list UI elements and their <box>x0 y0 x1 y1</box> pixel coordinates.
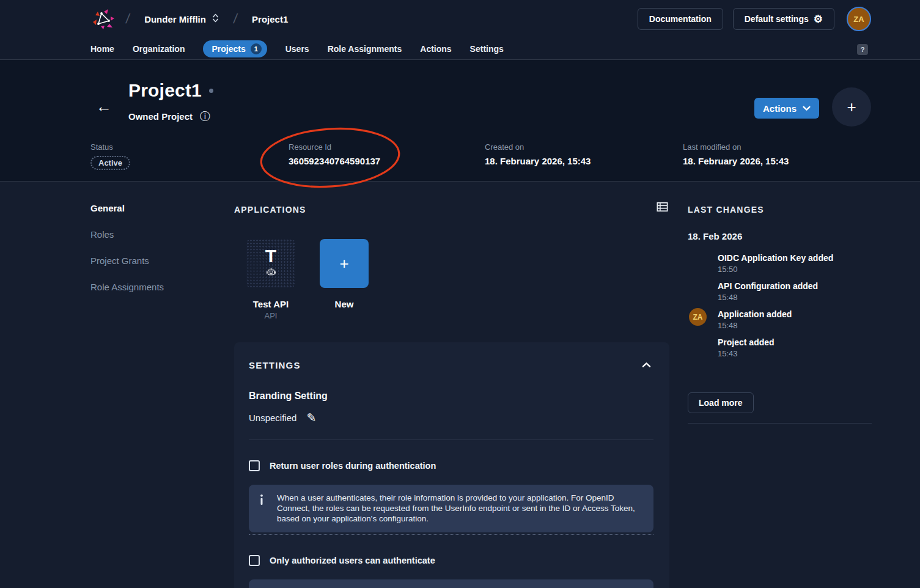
sidebar-item-roles[interactable]: Roles <box>90 229 219 240</box>
return-roles-checkbox-row[interactable]: Return user roles during authentication <box>249 460 653 471</box>
gear-icon: ⚙ <box>814 14 823 24</box>
new-app-card[interactable]: + <box>320 239 369 288</box>
settings-card: SETTINGS Branding Setting Unspecified ✎ … <box>234 342 669 588</box>
title-state-dot <box>209 89 213 93</box>
project-type-label: Owned Project <box>128 111 193 122</box>
modified-value: 18. February 2026, 15:43 <box>683 156 789 166</box>
event-time: 15:43 <box>718 349 872 358</box>
projects-count-badge: 1 <box>251 43 262 54</box>
divider <box>249 439 653 440</box>
event-label: OIDC Application Key added <box>718 253 872 263</box>
event-time: 15:48 <box>718 293 872 302</box>
created-value: 18. February 2026, 15:43 <box>485 156 591 166</box>
breadcrumb-separator: / <box>125 11 131 27</box>
page-title-row: Project1 <box>128 80 213 101</box>
documentation-button[interactable]: Documentation <box>638 8 723 30</box>
new-app-label: New <box>335 299 354 309</box>
breadcrumb-separator: / <box>232 11 238 27</box>
return-roles-checkbox[interactable] <box>249 460 260 471</box>
authorized-users-checkbox[interactable] <box>249 555 260 566</box>
change-event[interactable]: Application added 15:48 <box>718 309 872 330</box>
collapse-chevron-up-icon[interactable] <box>639 358 653 372</box>
app-name[interactable]: Test API <box>253 299 289 309</box>
actions-dropdown-button[interactable]: Actions <box>754 98 819 119</box>
changes-date: 18. Feb 2026 <box>688 231 872 241</box>
page-title: Project1 <box>128 80 202 101</box>
nav-item-organization[interactable]: Organization <box>133 44 185 54</box>
status-badge: Active <box>90 156 130 170</box>
status-meta: Status Active <box>90 142 130 170</box>
nav-item-projects[interactable]: Projects 1 <box>203 40 267 57</box>
topbar: / Dunder Mifflin / Project1 Documentatio… <box>0 0 920 38</box>
unfold-icon <box>212 13 219 25</box>
status-label: Status <box>90 142 130 152</box>
default-settings-label: Default settings <box>745 14 809 24</box>
info-text: When a user authenticates, their role in… <box>277 493 640 524</box>
change-event[interactable]: API Configuration added 15:48 <box>718 281 872 302</box>
chevron-down-icon <box>803 106 811 111</box>
breadcrumb: / Dunder Mifflin / Project1 <box>90 6 293 32</box>
nav-item-actions[interactable]: Actions <box>420 44 451 54</box>
authorized-users-checkbox-row[interactable]: Only authorized users can authenticate <box>249 555 653 566</box>
robot-icon <box>266 267 276 280</box>
resource-id-meta: Resource Id 360592340764590137 <box>289 142 380 166</box>
resource-id-value[interactable]: 360592340764590137 <box>289 156 380 166</box>
branding-setting-label: Branding Setting <box>249 391 653 402</box>
nav-item-home[interactable]: Home <box>90 44 114 54</box>
info-icon <box>259 494 264 508</box>
page-subtitle-row: Owned Project ⓘ <box>128 111 210 122</box>
divider <box>688 423 872 424</box>
new-application-item: + New <box>320 239 369 320</box>
last-changes-heading: LAST CHANGES <box>688 200 872 215</box>
add-button[interactable]: + <box>832 87 871 127</box>
event-label: Project added <box>718 337 872 347</box>
nav-item-role-assignments[interactable]: Role Assignments <box>328 44 402 54</box>
nav-item-projects-label: Projects <box>212 44 245 54</box>
applications-section: APPLICATIONS T <box>234 200 669 320</box>
event-label: API Configuration added <box>718 281 872 291</box>
back-button[interactable]: ← <box>92 94 116 119</box>
dotted-divider <box>249 534 653 535</box>
load-more-button[interactable]: Load more <box>688 392 754 413</box>
created-label: Created on <box>485 142 591 152</box>
table-view-icon[interactable] <box>655 200 669 216</box>
nav-item-users[interactable]: Users <box>285 44 309 54</box>
modified-meta: Last modified on 18. February 2026, 15:4… <box>683 142 789 166</box>
return-roles-label: Return user roles during authentication <box>270 461 436 471</box>
setting-option: Return user roles during authentication … <box>249 460 653 535</box>
last-changes-panel: LAST CHANGES 18. Feb 2026 ZA OIDC Applic… <box>688 200 872 424</box>
org-name: Dunder Mifflin <box>144 14 206 24</box>
change-event[interactable]: OIDC Application Key added 15:50 <box>718 253 872 274</box>
application-item: T Test API API <box>246 239 295 320</box>
help-button[interactable]: ? <box>857 44 868 55</box>
main-nav: Home Organization Projects 1 Users Role … <box>0 38 920 60</box>
org-picker[interactable]: Dunder Mifflin <box>139 9 224 29</box>
change-event[interactable]: Project added 15:43 <box>718 337 872 358</box>
topbar-actions: Documentation Default settings ⚙ ZA <box>638 7 871 31</box>
timeline-avatar: ZA <box>689 308 707 326</box>
sidebar-item-general[interactable]: General <box>90 203 219 213</box>
created-meta: Created on 18. February 2026, 15:43 <box>485 142 591 166</box>
breadcrumb-project[interactable]: Project1 <box>247 10 293 28</box>
event-time: 15:50 <box>718 265 872 274</box>
user-avatar[interactable]: ZA <box>847 7 871 31</box>
actions-label: Actions <box>763 103 797 114</box>
authorized-users-label: Only authorized users can authenticate <box>270 556 435 565</box>
zitadel-logo[interactable] <box>90 6 116 32</box>
event-label: Application added <box>718 309 872 319</box>
sidebar-item-role-assignments[interactable]: Role Assignments <box>90 282 219 292</box>
setting-option: Only authorized users can authenticate D… <box>249 555 653 588</box>
nav-item-settings[interactable]: Settings <box>470 44 504 54</box>
sidebar-item-project-grants[interactable]: Project Grants <box>90 255 219 266</box>
settings-heading: SETTINGS <box>249 360 301 370</box>
info-box: Deny authentication if the user has no a… <box>249 579 653 588</box>
app-type: API <box>265 311 278 320</box>
modified-label: Last modified on <box>683 142 789 152</box>
info-icon[interactable]: ⓘ <box>200 111 210 122</box>
app-card-test-api[interactable]: T <box>246 239 295 288</box>
info-box: When a user authenticates, their role in… <box>249 485 653 532</box>
branding-setting-value: Unspecified <box>249 413 296 423</box>
edit-pencil-icon[interactable]: ✎ <box>306 412 316 424</box>
default-settings-button[interactable]: Default settings ⚙ <box>733 8 834 30</box>
event-time: 15:48 <box>718 321 872 330</box>
